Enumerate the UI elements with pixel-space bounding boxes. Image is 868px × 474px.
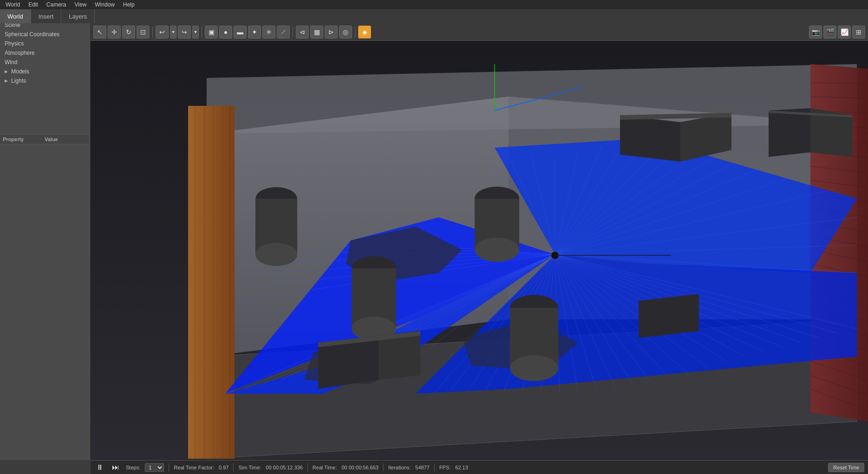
toolbar-right: 📷 🎬 📈 ⊞ bbox=[809, 26, 865, 39]
scene-canvas bbox=[91, 41, 868, 460]
iterations-label: Iterations: bbox=[388, 465, 411, 470]
tab-world[interactable]: World bbox=[0, 9, 31, 23]
box-shape-btn[interactable]: ▣ bbox=[205, 26, 218, 39]
value-col-label: Value bbox=[45, 136, 58, 142]
properties-panel: Property Value bbox=[0, 135, 89, 460]
fps-label: FPS: bbox=[439, 465, 450, 470]
real-time-factor-value: 0.97 bbox=[219, 465, 228, 470]
sep-5 bbox=[434, 463, 435, 472]
sidebar-item-physics[interactable]: Physics bbox=[0, 39, 89, 48]
menubar: World Edit Camera View Window Help bbox=[0, 0, 868, 9]
svg-point-114 bbox=[510, 355, 558, 381]
undo-btn[interactable]: ↩ bbox=[156, 26, 169, 39]
menu-view[interactable]: View bbox=[71, 0, 91, 9]
tab-insert[interactable]: Insert bbox=[31, 9, 62, 23]
sep-1 bbox=[152, 26, 153, 38]
steps-select[interactable]: 1 2 5 10 bbox=[145, 463, 164, 472]
redo-btn[interactable]: ↪ bbox=[178, 26, 191, 39]
sep-3 bbox=[307, 463, 308, 472]
sep-2 bbox=[202, 26, 202, 38]
grid-btn[interactable]: ▦ bbox=[310, 26, 323, 39]
redo-dropdown-btn[interactable]: ▼ bbox=[192, 26, 199, 39]
sep-4 bbox=[355, 26, 355, 38]
menu-help[interactable]: Help bbox=[119, 0, 138, 9]
select-tool-btn[interactable]: ↖ bbox=[93, 26, 106, 39]
step-forward-btn[interactable]: ⏭ bbox=[110, 463, 121, 472]
screenshot-btn[interactable]: 📷 bbox=[809, 26, 822, 39]
sidebar-item-lights[interactable]: Lights bbox=[0, 76, 89, 85]
record-btn[interactable]: 🎬 bbox=[823, 26, 836, 39]
sim-time-value: 00 00:05:12.336 bbox=[266, 465, 303, 470]
trim-btn[interactable]: ⟋ bbox=[277, 26, 290, 39]
svg-marker-118 bbox=[769, 108, 810, 157]
joint-btn[interactable]: ⊲ bbox=[296, 26, 309, 39]
particle-btn[interactable]: ✳ bbox=[262, 26, 275, 39]
scale-tool-btn[interactable]: ⊡ bbox=[137, 26, 150, 39]
property-col-label: Property bbox=[3, 136, 45, 142]
cylinder-shape-btn[interactable]: ▬ bbox=[234, 26, 247, 39]
real-time-factor-label: Real Time Factor: bbox=[174, 465, 214, 470]
translate-tool-btn[interactable]: ✛ bbox=[108, 26, 121, 39]
viewport[interactable] bbox=[91, 41, 868, 460]
undo-dropdown-btn[interactable]: ▼ bbox=[170, 26, 176, 39]
sidebar-item-wind[interactable]: Wind bbox=[0, 58, 89, 67]
sim-time-label: Sim Time: bbox=[238, 465, 261, 470]
orange-tool-btn[interactable]: ◈ bbox=[358, 26, 371, 39]
svg-point-105 bbox=[255, 243, 297, 266]
sep-3 bbox=[293, 26, 293, 38]
menu-edit[interactable]: Edit bbox=[25, 0, 42, 9]
real-time-value: 00 00:00:56.663 bbox=[341, 465, 379, 470]
sep-4 bbox=[383, 463, 384, 472]
statusbar: ⏸ ⏭ Steps: 1 2 5 10 Real Time Factor: 0.… bbox=[91, 460, 868, 474]
sep-2 bbox=[233, 463, 234, 472]
camera-btn[interactable]: ◎ bbox=[339, 26, 352, 39]
pause-btn[interactable]: ⏸ bbox=[94, 463, 105, 472]
sidebar: GUI Scene Spherical Coordinates Physics … bbox=[0, 9, 90, 460]
toolbar: ↖ ✛ ↻ ⊡ ↩ ▼ ↪ ▼ ▣ ● ▬ ✦ ✳ ⟋ ⊲ ▦ ⊳ ◎ ◈ 📷 … bbox=[91, 23, 868, 41]
tab-layers[interactable]: Layers bbox=[61, 9, 95, 23]
menu-window[interactable]: Window bbox=[91, 0, 118, 9]
svg-marker-115 bbox=[620, 115, 680, 162]
reset-time-btn[interactable]: Reset Time bbox=[828, 463, 864, 472]
tabbar: World Insert Layers bbox=[0, 9, 868, 23]
svg-point-111 bbox=[475, 238, 519, 262]
real-time-label: Real Time: bbox=[313, 465, 337, 470]
menu-camera[interactable]: Camera bbox=[43, 0, 70, 9]
sphere-shape-btn[interactable]: ● bbox=[219, 26, 232, 39]
sidebar-item-atmosphere[interactable]: Atmosphere bbox=[0, 48, 89, 58]
steps-label: Steps: bbox=[126, 465, 140, 470]
anchor-btn[interactable]: ⊳ bbox=[325, 26, 338, 39]
menu-world[interactable]: World bbox=[2, 0, 24, 9]
stats-btn[interactable]: 📈 bbox=[838, 26, 851, 39]
sep-1 bbox=[169, 463, 169, 472]
rotate-tool-btn[interactable]: ↻ bbox=[122, 26, 135, 39]
iterations-value: 54877 bbox=[415, 465, 430, 470]
light-btn[interactable]: ✦ bbox=[248, 26, 261, 39]
sidebar-item-spherical[interactable]: Spherical Coordinates bbox=[0, 30, 89, 39]
svg-marker-124 bbox=[639, 294, 699, 338]
sidebar-item-models[interactable]: Models bbox=[0, 67, 89, 76]
properties-header: Property Value bbox=[0, 135, 89, 144]
fps-value: 62.13 bbox=[455, 465, 468, 470]
grid-view-btn[interactable]: ⊞ bbox=[852, 26, 865, 39]
